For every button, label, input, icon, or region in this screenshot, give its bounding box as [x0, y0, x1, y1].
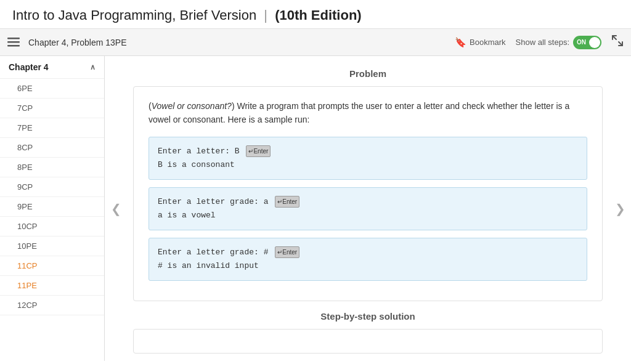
sidebar-item-9pe[interactable]: 9PE: [0, 197, 104, 217]
content-scroll: Problem (Vowel or consonant?) Write a pr…: [127, 56, 609, 361]
svg-rect-2: [7, 45, 20, 47]
toolbar-right: 🔖 Bookmark Show all steps: ON: [455, 34, 624, 50]
next-nav-arrow[interactable]: ❯: [609, 56, 631, 361]
show-steps-label: Show all steps:: [516, 38, 569, 47]
toolbar: Chapter 4, Problem 13PE 🔖 Bookmark Show …: [0, 29, 631, 56]
title-text: Intro to Java Programming, Brief Version: [12, 7, 256, 23]
code-block-2: Enter a letter grade: a ↵Enter a is a vo…: [149, 187, 587, 230]
sidebar-item-11pe[interactable]: 11PE: [0, 276, 104, 296]
code-block-1: Enter a letter: B ↵Enter B is a consonan…: [149, 137, 587, 180]
bookmark-icon: 🔖: [455, 37, 466, 48]
sidebar-item-8cp[interactable]: 8CP: [0, 138, 104, 158]
sidebar: Chapter 4 ∧ 6PE 7CP 7PE 8CP 8PE 9CP 9PE …: [0, 56, 105, 361]
problem-card: (Vowel or consonant?) Write a program th…: [133, 86, 603, 301]
sidebar-item-8pe[interactable]: 8PE: [0, 158, 104, 177]
problem-description: (Vowel or consonant?) Write a program th…: [149, 99, 587, 127]
prev-nav-arrow[interactable]: ❮: [105, 56, 127, 361]
svg-rect-1: [7, 41, 20, 43]
show-steps-toggle-wrapper: Show all steps: ON: [516, 36, 601, 49]
problem-section-title: Problem: [127, 68, 609, 79]
toggle-on-text: ON: [577, 39, 586, 46]
expand-icon[interactable]: [611, 34, 624, 50]
sidebar-item-7cp[interactable]: 7CP: [0, 99, 104, 118]
title-separator: |: [264, 7, 267, 23]
content-area: ❮ Problem (Vowel or consonant?) Write a …: [105, 56, 631, 361]
sidebar-item-6pe[interactable]: 6PE: [0, 79, 104, 99]
solution-section-title: Step-by-step solution: [127, 311, 609, 322]
svg-rect-0: [7, 38, 20, 39]
main-layout: Chapter 4 ∧ 6PE 7CP 7PE 8CP 8PE 9CP 9PE …: [0, 56, 631, 361]
bookmark-button[interactable]: 🔖 Bookmark: [455, 37, 506, 48]
sidebar-item-11cp[interactable]: 11CP: [0, 256, 104, 276]
solution-card: [133, 329, 603, 354]
chapter-problem-label: Chapter 4, Problem 13PE: [28, 38, 455, 47]
sidebar-item-10pe[interactable]: 10PE: [0, 237, 104, 256]
problem-italic: Vowel or consonant?: [152, 101, 232, 111]
code-line-3-1: Enter a letter grade: # ↵Enter: [158, 246, 578, 259]
show-steps-toggle[interactable]: ON: [573, 36, 601, 49]
app-header: Intro to Java Programming, Brief Version…: [0, 0, 631, 29]
sidebar-item-9cp[interactable]: 9CP: [0, 177, 104, 197]
sidebar-item-7pe[interactable]: 7PE: [0, 118, 104, 138]
sidebar-chapter-title: Chapter 4: [9, 62, 49, 72]
enter-key-1: ↵Enter: [246, 145, 271, 157]
code-line-2-2: a is a vowel: [158, 209, 578, 222]
code-line-3-2: # is an invalid input: [158, 259, 578, 273]
enter-key-3: ↵Enter: [275, 246, 299, 258]
sidebar-chapter-header: Chapter 4 ∧: [0, 56, 104, 79]
enter-key-2: ↵Enter: [275, 196, 299, 208]
bookmark-label: Bookmark: [470, 38, 506, 47]
menu-icon[interactable]: [7, 38, 20, 47]
code-block-3: Enter a letter grade: # ↵Enter # is an i…: [149, 238, 587, 281]
sidebar-item-12cp[interactable]: 12CP: [0, 296, 104, 315]
sidebar-chevron-icon[interactable]: ∧: [90, 63, 96, 71]
app-title: Intro to Java Programming, Brief Version…: [12, 7, 362, 23]
edition-text: (10th Edition): [275, 7, 362, 23]
sidebar-item-10cp[interactable]: 10CP: [0, 217, 104, 237]
toggle-knob: [589, 37, 600, 48]
code-line-1-1: Enter a letter: B ↵Enter: [158, 145, 578, 158]
code-line-2-1: Enter a letter grade: a ↵Enter: [158, 195, 578, 209]
code-line-1-2: B is a consonant: [158, 158, 578, 172]
